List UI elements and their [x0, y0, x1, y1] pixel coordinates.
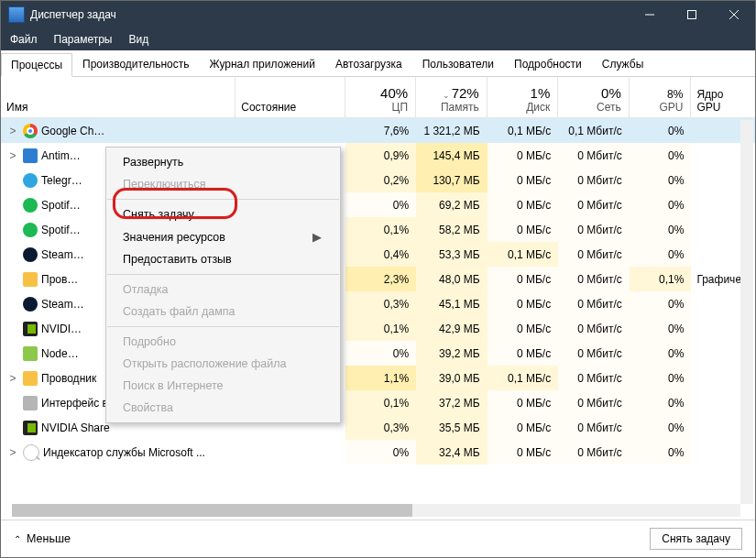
cell-cpu: 0,3% [345, 415, 417, 440]
cell-disk: 0 МБ/с [488, 390, 559, 415]
process-icon [23, 297, 38, 312]
cell-mem: 145,4 МБ [416, 143, 488, 168]
expand-icon[interactable]: > [6, 446, 19, 459]
cell-gpu: 0% [630, 143, 692, 168]
cell-cpu: 0,2% [345, 168, 417, 192]
tab-startup[interactable]: Автозагрузка [325, 52, 412, 76]
tab-performance[interactable]: Производительность [72, 52, 199, 76]
process-icon [23, 247, 38, 262]
cell-gpu: 0% [630, 440, 692, 465]
col-network[interactable]: 0%Сеть [558, 77, 630, 117]
ctx-sep [107, 274, 339, 275]
col-name[interactable]: Имя [1, 77, 236, 117]
footer: ⌃ Меньше Снять задачу [1, 520, 755, 557]
cell-net: 0 Мбит/с [558, 366, 630, 390]
close-button[interactable] [713, 1, 755, 28]
tabs: Процессы Производительность Журнал прило… [1, 50, 755, 77]
expand-icon: > [6, 174, 19, 187]
process-icon [23, 346, 38, 361]
col-memory[interactable]: ⌄72%Память [416, 77, 488, 117]
ctx-details: Подробно [106, 331, 340, 353]
cell-disk: 0 МБ/с [488, 143, 559, 168]
menu-file[interactable]: Файл [6, 31, 41, 48]
process-icon [23, 272, 38, 287]
horizontal-scrollbar[interactable] [12, 504, 740, 517]
end-task-button[interactable]: Снять задачу [650, 528, 742, 550]
cell-net: 0 Мбит/с [558, 291, 630, 316]
fewer-details[interactable]: ⌃ Меньше [14, 532, 71, 545]
vertical-scrollbar[interactable] [740, 120, 753, 504]
col-gpu-core[interactable]: Ядро GPU [691, 77, 755, 117]
ctx-openloc: Открыть расположение файла [106, 353, 340, 375]
expand-icon: > [6, 397, 19, 410]
process-name: Antim… [41, 149, 81, 162]
ctx-resources[interactable]: Значения ресурсов▶ [106, 225, 340, 248]
ctx-feedback[interactable]: Предоставить отзыв [106, 248, 340, 270]
cell-mem: 45,1 МБ [416, 291, 488, 316]
cell-net: 0 Мбит/с [558, 341, 630, 366]
cell-mem: 69,2 МБ [416, 192, 488, 217]
tab-details[interactable]: Подробности [504, 52, 592, 76]
tab-apphistory[interactable]: Журнал приложений [200, 52, 325, 76]
process-icon [23, 124, 38, 138]
cell-gpu: 0% [630, 366, 692, 390]
cell-gpu: 0% [630, 341, 692, 366]
cell-disk: 0,1 МБ/с [488, 118, 559, 143]
cell-gpu: 0% [630, 415, 692, 440]
cell-cpu: 0,3% [345, 291, 417, 316]
process-name: Spotif… [41, 199, 81, 212]
maximize-button[interactable] [671, 1, 713, 28]
cell-mem: 39,2 МБ [416, 341, 488, 366]
expand-icon[interactable]: > [6, 372, 19, 385]
ctx-sep [107, 199, 339, 200]
process-name: Steam… [41, 298, 84, 311]
cell-disk: 0 МБ/с [488, 291, 559, 316]
expand-icon: > [6, 347, 19, 360]
process-state [236, 118, 345, 143]
cell-cpu: 0% [345, 341, 417, 366]
process-name: Google Ch… [41, 125, 104, 137]
cell-net: 0 Мбит/с [558, 390, 630, 415]
svg-rect-1 [688, 11, 696, 19]
cell-gpu: 0% [630, 390, 692, 415]
ctx-debug: Отладка [106, 279, 340, 301]
cell-net: 0 Мбит/с [558, 440, 630, 465]
table-row[interactable]: >Индексатор службы Microsoft ...0%32,4 М… [1, 440, 755, 465]
col-disk[interactable]: 1%Диск [488, 77, 559, 117]
col-gpu[interactable]: 8%GPU [630, 77, 692, 117]
ctx-dump: Создать файл дампа [106, 301, 340, 323]
cell-net: 0 Мбит/с [558, 415, 630, 440]
ctx-props: Свойства [106, 397, 340, 419]
tab-processes[interactable]: Процессы [1, 53, 72, 77]
cell-disk: 0 МБ/с [488, 440, 559, 465]
table-row[interactable]: >Google Ch…7,6%1 321,2 МБ0,1 МБ/с0,1 Мби… [1, 118, 755, 143]
process-name: Telegr… [41, 174, 82, 187]
minimize-button[interactable] [629, 1, 671, 28]
cell-cpu: 1,1% [345, 366, 417, 390]
col-cpu[interactable]: 40%ЦП [345, 77, 417, 117]
process-name: NVIDI… [41, 323, 82, 335]
tab-services[interactable]: Службы [592, 52, 653, 76]
expand-icon[interactable]: > [6, 149, 19, 162]
cell-cpu: 0% [345, 440, 417, 465]
ctx-switchto: Переключиться [106, 173, 340, 195]
process-name: Проводник [41, 372, 96, 385]
ctx-expand[interactable]: Развернуть [106, 151, 340, 173]
col-state[interactable]: Состояние [236, 77, 345, 117]
cell-gpu: 0% [630, 217, 692, 242]
cell-disk: 0 МБ/с [488, 192, 559, 217]
cell-mem: 37,2 МБ [416, 390, 488, 415]
tab-users[interactable]: Пользователи [412, 52, 504, 76]
ctx-endtask[interactable]: Снять задачу [106, 203, 340, 225]
cell-cpu: 0,4% [345, 242, 417, 267]
cell-net: 0 Мбит/с [558, 242, 630, 267]
process-name: Пров… [41, 273, 78, 286]
menu-view[interactable]: Вид [125, 31, 152, 48]
cell-gpu: 0,1% [630, 267, 692, 291]
expand-icon: > [6, 199, 19, 212]
process-icon [23, 148, 38, 163]
expand-icon[interactable]: > [6, 125, 19, 137]
menu-options[interactable]: Параметры [50, 31, 116, 48]
process-name: Индексатор службы Microsoft ... [43, 446, 205, 459]
cell-gpu: 0% [630, 118, 692, 143]
